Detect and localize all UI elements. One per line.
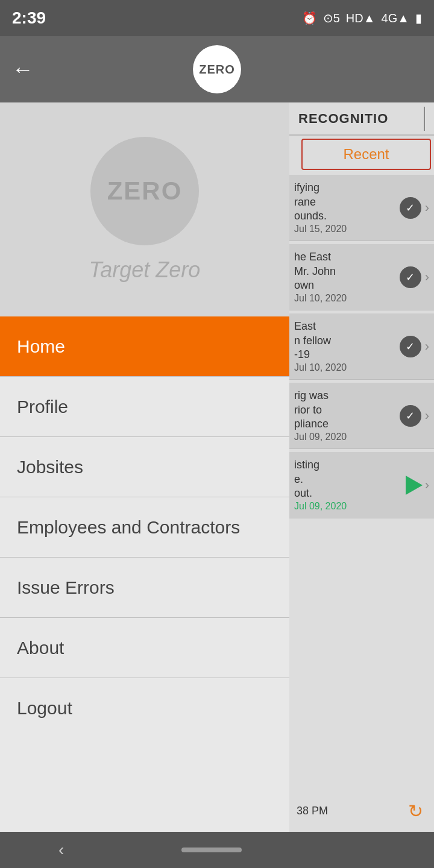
item-date: Jul 09, 2020: [294, 432, 396, 442]
nav-item-logout[interactable]: Logout: [0, 678, 289, 738]
item-date: Jul 09, 2020: [294, 501, 403, 512]
item-text: ifyingraneounds.: [294, 181, 396, 223]
header-divider: [424, 107, 425, 131]
refresh-area: 38 PM ↻: [291, 796, 429, 826]
refresh-time: 38 PM: [297, 805, 328, 817]
back-button[interactable]: ←: [12, 57, 34, 82]
chevron-right-icon: ›: [425, 200, 429, 216]
top-bar: ← ZERO: [0, 36, 434, 102]
list-item[interactable]: he EastMr. Johnown Jul 10, 2020 ✓ ›: [289, 244, 434, 310]
bottom-back-icon[interactable]: ‹: [58, 840, 64, 860]
item-text: istinge.out.: [294, 458, 403, 500]
nav-item-about[interactable]: About: [0, 618, 289, 678]
drawer-logo: ZERO: [90, 137, 199, 245]
nav-item-profile[interactable]: Profile: [0, 377, 289, 437]
item-date: Jul 15, 2020: [294, 224, 396, 234]
nav-item-issue-errors[interactable]: Issue Errors: [0, 558, 289, 618]
drawer-logo-area: ZERO Target Zero: [0, 102, 289, 316]
nav-item-jobsites[interactable]: Jobsites: [0, 437, 289, 497]
play-icon: [403, 474, 425, 496]
alarm-icon: ⏰: [302, 11, 317, 25]
check-icon: ✓: [400, 266, 421, 288]
top-logo: ZERO: [193, 45, 241, 93]
nav-item-employees[interactable]: Employees and Contractors: [0, 497, 289, 558]
item-text: he EastMr. Johnown: [294, 250, 396, 292]
drawer-tagline: Target Zero: [89, 257, 201, 283]
battery-icon: ▮: [415, 11, 422, 25]
item-date: Jul 10, 2020: [294, 293, 396, 304]
list-item[interactable]: rig wasrior topliance Jul 09, 2020 ✓ ›: [289, 383, 434, 449]
recognition-label: RECOGNITIO: [298, 111, 388, 127]
bottom-nav-bar: ‹: [0, 832, 434, 868]
drawer: ZERO Target Zero Home Profile Jobsites E…: [0, 102, 289, 832]
status-bar: 2:39 ⏰ ⊙5 HD▲ 4G▲ ▮: [0, 0, 434, 36]
home-indicator: [181, 848, 242, 852]
recognition-header: RECOGNITIO: [289, 102, 434, 136]
chevron-right-icon: ›: [425, 269, 429, 285]
item-date: Jul 10, 2020: [294, 362, 396, 373]
check-icon: ✓: [400, 405, 421, 427]
network-icon: 4G▲: [382, 11, 409, 25]
chevron-right-icon: ›: [425, 339, 429, 354]
status-icons: ⏰ ⊙5 HD▲ 4G▲ ▮: [302, 11, 422, 25]
item-text: Eastn fellow-19: [294, 319, 396, 362]
signal-icon: ⊙5: [323, 11, 340, 25]
list-item[interactable]: istinge.out. Jul 09, 2020 ›: [289, 452, 434, 518]
item-text: rig wasrior topliance: [294, 389, 396, 431]
refresh-icon[interactable]: ↻: [408, 800, 423, 822]
recent-button[interactable]: Recent: [301, 139, 431, 170]
chevron-right-icon: ›: [425, 477, 429, 493]
nav-item-home[interactable]: Home: [0, 316, 289, 377]
status-time: 2:39: [12, 8, 46, 28]
check-icon: ✓: [400, 197, 421, 219]
list-item[interactable]: Eastn fellow-19 Jul 10, 2020 ✓ ›: [289, 313, 434, 380]
hd-icon: HD▲: [346, 11, 376, 25]
main-area: RECOGNITIO Recent ifyingraneounds. Jul 1…: [0, 102, 434, 832]
list-item[interactable]: ifyingraneounds. Jul 15, 2020 ✓ ›: [289, 175, 434, 241]
check-icon: ✓: [400, 336, 421, 357]
chevron-right-icon: ›: [425, 408, 429, 424]
